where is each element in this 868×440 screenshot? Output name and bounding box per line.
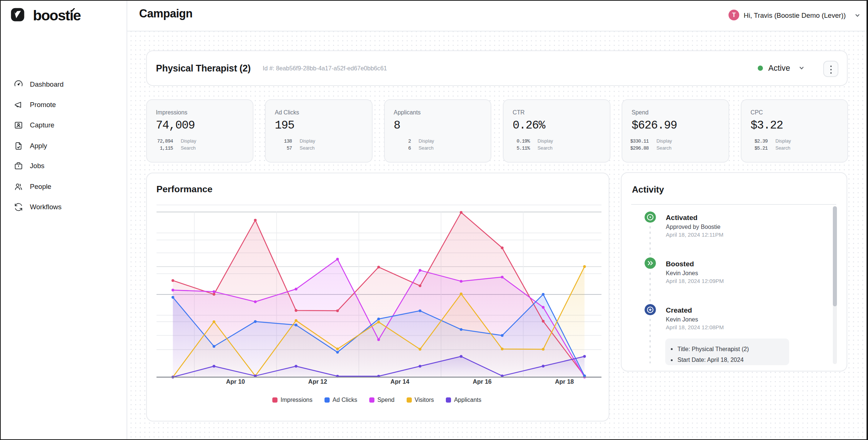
svg-text:Apr 16: Apr 16	[472, 378, 491, 385]
svg-text:Apr 12: Apr 12	[308, 378, 327, 385]
svg-text:Apr 14: Apr 14	[390, 378, 410, 385]
svg-text:Apr 10: Apr 10	[226, 378, 245, 385]
svg-text:Apr 18: Apr 18	[555, 378, 574, 385]
